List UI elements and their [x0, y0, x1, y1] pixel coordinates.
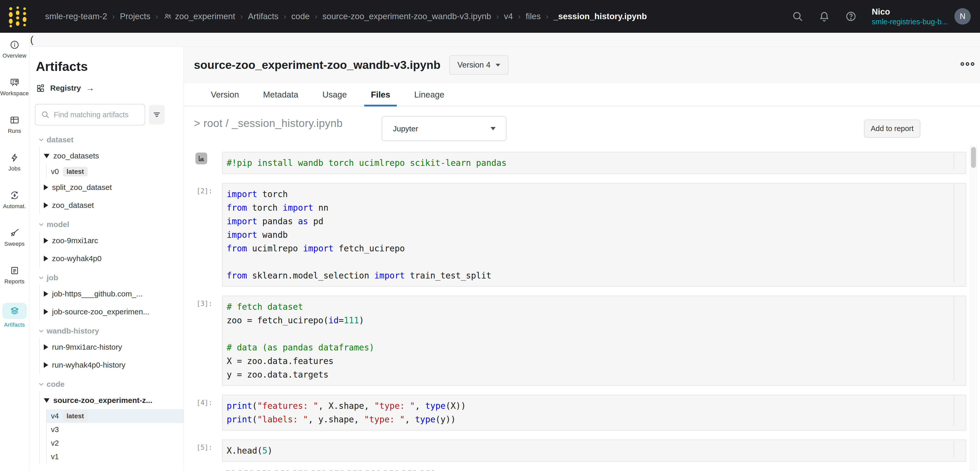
code-line: import wandb — [227, 228, 948, 242]
triangle-expanded-icon[interactable] — [44, 154, 49, 158]
tree-section-children: source-zoo_experiment-z...v4latestv3v2v1 — [40, 392, 184, 463]
cell-gutter: [5]: — [190, 439, 222, 462]
version-label: v2 — [51, 439, 59, 447]
triangle-collapsed-icon[interactable] — [44, 256, 48, 262]
version-item-v1[interactable]: v1 — [47, 450, 184, 463]
sidebar-item-workspace[interactable]: Workspace — [0, 70, 29, 108]
breadcrumb-item-code[interactable]: code — [291, 11, 310, 21]
scrollbar-thumb[interactable] — [971, 147, 976, 168]
version-item-v4[interactable]: v4latest — [47, 409, 184, 423]
registry-label: Registry — [50, 84, 81, 92]
sidebar-item-runs[interactable]: Runs — [0, 108, 29, 146]
tree-item-zoo-datasets[interactable]: zoo_datasets — [40, 147, 184, 165]
sidebar-item-jobs[interactable]: Jobs — [0, 146, 29, 183]
code-line: print("features: ", X.shape, "type: ", t… — [227, 399, 948, 412]
breadcrumb-item-files[interactable]: files — [526, 11, 541, 21]
tree-section-children: zoo_datasetsv0latestsplit_zoo_datasetzoo… — [40, 147, 184, 214]
sidebar-item-artifacts[interactable]: Artifacts — [0, 296, 29, 334]
triangle-collapsed-icon[interactable] — [44, 362, 48, 368]
tree-item-run-9mxi1arc-history[interactable]: run-9mxi1arc-history — [40, 338, 184, 356]
user-team-link[interactable]: smle-registries-bug-b... — [872, 17, 948, 26]
triangle-collapsed-icon[interactable] — [44, 344, 48, 350]
breadcrumb-item-source-zoo-experiment-zoo-wandb-v3-ipynb[interactable]: source-zoo_experiment-zoo_wandb-v3.ipynb — [323, 11, 491, 21]
breadcrumb-item-artifacts[interactable]: Artifacts — [248, 11, 278, 21]
cell-scrollbar-divider — [954, 153, 954, 170]
tree-item-run-wyhak4p0-history[interactable]: run-wyhak4p0-history — [40, 356, 184, 374]
tree-item-zoo-wyhak4p0[interactable]: zoo-wyhak4p0 — [40, 250, 184, 268]
tree-item-source-zoo-experiment-z-[interactable]: source-zoo_experiment-z... — [40, 392, 184, 409]
more-options-icon[interactable] — [961, 62, 974, 66]
tab-usage[interactable]: Usage — [323, 83, 347, 106]
triangle-collapsed-icon[interactable] — [44, 291, 48, 297]
version-dropdown-button[interactable]: Version 4 — [449, 55, 508, 75]
artifact-search-box[interactable] — [35, 104, 145, 125]
latest-badge: latest — [63, 411, 88, 421]
triangle-collapsed-icon[interactable] — [44, 238, 48, 243]
triangle-collapsed-icon[interactable] — [44, 203, 48, 208]
latest-badge: latest — [63, 167, 88, 176]
search-input[interactable] — [53, 110, 130, 119]
tree-section-children: run-9mxi1arc-historyrun-wyhak4p0-history — [40, 338, 184, 374]
info-circle-icon — [9, 40, 20, 50]
breadcrumb-separator: › — [496, 12, 499, 21]
avatar[interactable]: N — [955, 8, 971, 25]
sidebar-item-automat[interactable]: Automat. — [0, 183, 29, 221]
tree-section-dataset[interactable]: dataset — [35, 133, 184, 147]
add-to-report-button[interactable]: Add to report — [864, 119, 920, 138]
breadcrumb-separator: › — [156, 12, 158, 21]
tab-version[interactable]: Version — [211, 83, 239, 106]
tree-item-zoo-dataset[interactable]: zoo_dataset — [40, 196, 184, 214]
breadcrumb-item-zoo-experiment[interactable]: zoo_experiment — [163, 11, 235, 21]
breadcrumb-item-v4[interactable]: v4 — [504, 11, 513, 21]
triangle-expanded-icon[interactable] — [44, 398, 49, 403]
tab-lineage[interactable]: Lineage — [414, 83, 444, 106]
tree-section-model[interactable]: model — [35, 217, 184, 232]
sidebar-item-reports[interactable]: Reports — [0, 258, 29, 296]
version-item-v2[interactable]: v2 — [47, 436, 184, 450]
tree-section-children: job-https___github.com_...job-source-zoo… — [40, 285, 184, 321]
runs-table-icon — [9, 115, 20, 125]
artifacts-panel: Artifacts Registry → data — [29, 47, 184, 471]
tab-files[interactable]: Files — [371, 83, 390, 106]
team-icon — [163, 12, 172, 21]
breadcrumb-item-smle-reg-team-2[interactable]: smle-reg-team-2 — [45, 11, 107, 21]
wandb-artifacts-page: smle-reg-team-2›Projects›zoo_experiment›… — [0, 0, 980, 471]
tree-item-job-https-github-com-[interactable]: job-https___github.com_... — [40, 285, 184, 303]
tree-item-job-source-zoo-experimen-[interactable]: job-source-zoo_experimen... — [40, 303, 184, 321]
wandb-logo-icon[interactable] — [7, 5, 28, 28]
code-line: import torch — [227, 187, 948, 201]
version-item-v3[interactable]: v3 — [47, 423, 184, 436]
search-icon — [41, 110, 50, 119]
version-item-v0[interactable]: v0latest — [47, 165, 184, 178]
broom-icon — [9, 228, 20, 238]
sidebar-item-sweeps[interactable]: Sweeps — [0, 221, 29, 258]
notebook-cell-row: [2]:import torchfrom torch import nnimpo… — [190, 183, 966, 287]
file-path-breadcrumb[interactable]: > root / _session_history.ipynb — [194, 117, 343, 130]
triangle-collapsed-icon[interactable] — [44, 184, 48, 190]
registry-link[interactable]: Registry → — [36, 83, 94, 93]
viewer-select[interactable]: Jupyter — [382, 116, 506, 141]
notebook-cell-row: #!pip install wandb torch ucimlrepo scik… — [190, 152, 966, 174]
tree-section-wandb-history[interactable]: wandb-history — [35, 324, 184, 338]
tree-item-split-zoo-dataset[interactable]: split_zoo_dataset — [40, 178, 184, 196]
notebook-scrollbar[interactable] — [970, 145, 977, 471]
tree-item-zoo-9mxi1arc[interactable]: zoo-9mxi1arc — [40, 232, 184, 250]
sidebar-item-label: Sweeps — [4, 241, 25, 247]
breadcrumb-item--session-history-ipynb[interactable]: _session_history.ipynb — [554, 11, 647, 21]
version-list: v4latestv3v2v1 — [46, 409, 184, 463]
tree-section-job[interactable]: job — [35, 271, 184, 285]
code-line — [227, 327, 948, 341]
help-icon[interactable] — [845, 11, 857, 22]
filter-button[interactable] — [149, 105, 165, 125]
tree-item-label: job-source-zoo_experimen... — [52, 308, 150, 316]
triangle-collapsed-icon[interactable] — [44, 309, 48, 315]
sidebar-item-overview[interactable]: Overview — [0, 33, 29, 70]
tab-metadata[interactable]: Metadata — [263, 83, 298, 106]
tree-section-code[interactable]: code — [35, 377, 184, 392]
code-line: # data (as pandas dataframes) — [227, 341, 948, 354]
user-info[interactable]: Nico smle-registries-bug-b... — [872, 6, 948, 26]
bell-icon[interactable] — [818, 11, 830, 22]
search-icon[interactable] — [792, 11, 803, 22]
breadcrumb-item-projects[interactable]: Projects — [120, 11, 150, 21]
cell-gutter — [190, 152, 222, 174]
